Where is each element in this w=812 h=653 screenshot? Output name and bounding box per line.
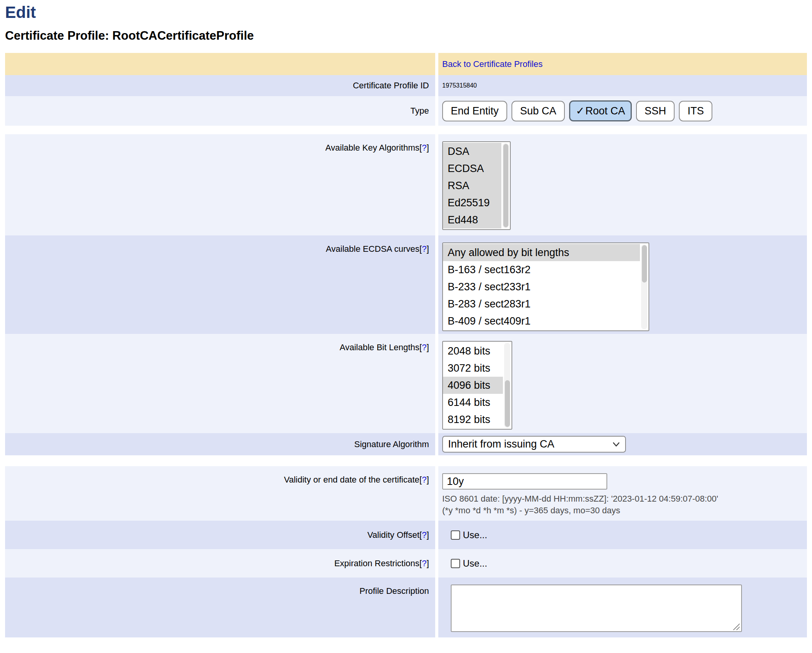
ecdsa-curves-help-link[interactable]: ? bbox=[422, 244, 427, 254]
type-row: Type End Entity Sub CA ✓Root CA SSH ITS bbox=[5, 96, 807, 126]
expiration-restrictions-help-link[interactable]: ? bbox=[422, 558, 427, 568]
scrollbar[interactable] bbox=[503, 143, 509, 228]
profile-description-textarea[interactable] bbox=[451, 585, 742, 632]
listbox-option[interactable]: 6144 bits bbox=[443, 394, 503, 411]
listbox-option[interactable]: ECDSA bbox=[443, 160, 501, 177]
type-label: Type bbox=[5, 96, 435, 126]
validity-offset-row: Validity Offset[?] Use... bbox=[5, 521, 807, 549]
certificate-profile-form: Back to Certificate Profiles Certificate… bbox=[5, 53, 807, 637]
profile-id-row: Certificate Profile ID 1975315840 bbox=[5, 75, 807, 96]
listbox-option[interactable]: Ed25519 bbox=[443, 194, 501, 211]
spacer bbox=[5, 126, 807, 134]
expiration-restrictions-row: Expiration Restrictions[?] Use... bbox=[5, 549, 807, 578]
bit-lengths-help-link[interactable]: ? bbox=[422, 342, 427, 352]
spacer bbox=[5, 455, 807, 466]
checkbox-icon bbox=[451, 530, 460, 540]
profile-id-label: Certificate Profile ID bbox=[5, 75, 435, 96]
profile-description-row: Profile Description bbox=[5, 578, 807, 637]
form-header-row: Back to Certificate Profiles bbox=[5, 53, 807, 75]
expiration-restrictions-use-checkbox[interactable]: Use... bbox=[451, 558, 487, 569]
type-button-sub-ca[interactable]: Sub CA bbox=[511, 101, 565, 121]
form-header-right: Back to Certificate Profiles bbox=[438, 53, 807, 75]
listbox-option[interactable]: 8192 bits bbox=[443, 411, 503, 428]
key-algorithms-row: Available Key Algorithms[?] DSA ECDSA RS… bbox=[5, 134, 807, 235]
validity-hint: ISO 8601 date: [yyyy-MM-dd HH:mm:ssZZ]: … bbox=[442, 493, 718, 516]
listbox-option[interactable]: Any allowed by bit lengths bbox=[443, 244, 640, 261]
signature-algorithm-label: Signature Algorithm bbox=[5, 433, 435, 455]
checkbox-icon bbox=[451, 559, 460, 568]
profile-description-label: Profile Description bbox=[5, 578, 435, 637]
listbox-option[interactable]: B-233 / sect233r1 bbox=[443, 278, 640, 295]
back-to-certificate-profiles-link[interactable]: Back to Certificate Profiles bbox=[442, 59, 543, 69]
certificate-profile-edit-page: Edit Certificate Profile: RootCACertific… bbox=[0, 0, 812, 637]
validity-help-link[interactable]: ? bbox=[422, 475, 427, 484]
type-button-ssh[interactable]: SSH bbox=[636, 101, 675, 121]
validity-offset-help-link[interactable]: ? bbox=[422, 530, 427, 540]
signature-algorithm-select[interactable]: Inherit from issuing CA bbox=[442, 436, 626, 453]
type-button-root-ca[interactable]: ✓Root CA bbox=[569, 100, 632, 121]
validity-offset-use-checkbox[interactable]: Use... bbox=[451, 530, 487, 541]
listbox-option[interactable]: DSA bbox=[443, 143, 501, 160]
type-button-end-entity[interactable]: End Entity bbox=[442, 101, 507, 121]
ecdsa-curves-listbox[interactable]: Any allowed by bit lengths B-163 / sect1… bbox=[442, 242, 649, 331]
listbox-option[interactable]: B-409 / sect409r1 bbox=[443, 312, 640, 330]
form-header-left bbox=[5, 53, 435, 75]
listbox-option[interactable]: 2048 bits bbox=[443, 342, 503, 360]
listbox-option[interactable]: 4096 bits bbox=[443, 377, 503, 394]
listbox-option[interactable]: B-163 / sect163r2 bbox=[443, 261, 640, 278]
signature-algorithm-row: Signature Algorithm Inherit from issuing… bbox=[5, 433, 807, 455]
validity-row: Validity or end date of the certificate[… bbox=[5, 466, 807, 521]
validity-label: Validity or end date of the certificate[… bbox=[5, 466, 435, 521]
scrollbar[interactable] bbox=[641, 244, 647, 329]
chevron-down-icon bbox=[613, 442, 620, 447]
key-algorithms-listbox[interactable]: DSA ECDSA RSA Ed25519 Ed448 bbox=[442, 141, 511, 230]
profile-id-value: 1975315840 bbox=[438, 75, 807, 96]
checkmark-icon: ✓ bbox=[576, 105, 585, 117]
listbox-option[interactable]: Ed448 bbox=[443, 211, 501, 228]
bit-lengths-row: Available Bit Lengths[?] 2048 bits 3072 … bbox=[5, 334, 807, 433]
key-algorithms-help-link[interactable]: ? bbox=[422, 143, 427, 153]
key-algorithms-label: Available Key Algorithms[?] bbox=[5, 134, 435, 235]
ecdsa-curves-label: Available ECDSA curves[?] bbox=[5, 235, 435, 334]
page-title: Edit bbox=[5, 3, 807, 22]
bit-lengths-label: Available Bit Lengths[?] bbox=[5, 334, 435, 433]
type-button-its[interactable]: ITS bbox=[679, 101, 712, 121]
ecdsa-curves-row: Available ECDSA curves[?] Any allowed by… bbox=[5, 235, 807, 334]
listbox-option[interactable]: 3072 bits bbox=[443, 360, 503, 377]
validity-input[interactable] bbox=[442, 473, 607, 490]
expiration-restrictions-label: Expiration Restrictions[?] bbox=[5, 549, 435, 578]
type-button-group: End Entity Sub CA ✓Root CA SSH ITS bbox=[442, 100, 712, 121]
listbox-option[interactable]: B-283 / sect283r1 bbox=[443, 295, 640, 312]
bit-lengths-listbox[interactable]: 2048 bits 3072 bits 4096 bits 6144 bits … bbox=[442, 341, 512, 430]
page-subtitle: Certificate Profile: RootCACertificatePr… bbox=[5, 29, 807, 43]
scrollbar[interactable] bbox=[504, 343, 510, 428]
listbox-option[interactable]: RSA bbox=[443, 177, 501, 194]
validity-offset-label: Validity Offset[?] bbox=[5, 521, 435, 549]
